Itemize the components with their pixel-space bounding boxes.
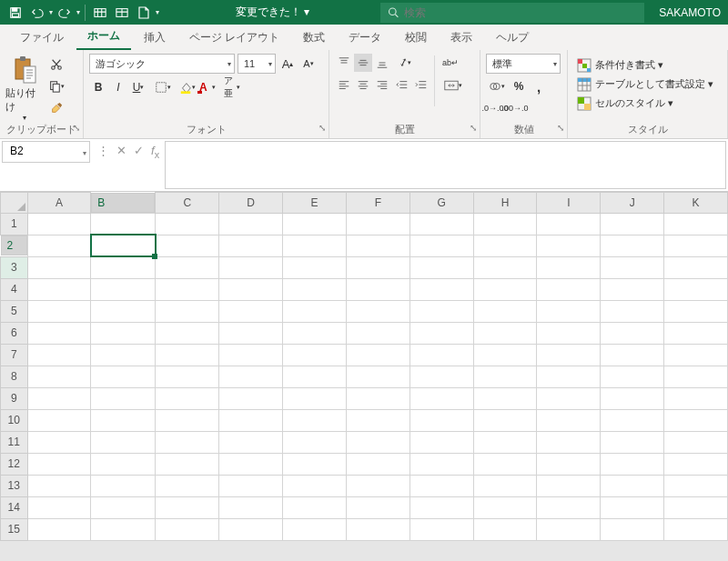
col-header-H[interactable]: H <box>473 193 537 214</box>
cell-F3[interactable] <box>346 256 410 278</box>
cell-C15[interactable] <box>156 518 219 540</box>
cell-C12[interactable] <box>156 453 219 475</box>
tab-データ[interactable]: データ <box>338 25 392 50</box>
cell-F10[interactable] <box>346 409 410 431</box>
cell-A8[interactable] <box>27 366 91 387</box>
cell-G10[interactable] <box>410 409 473 431</box>
cell-H13[interactable] <box>473 475 537 496</box>
cell-I4[interactable] <box>537 278 601 300</box>
cell-J11[interactable] <box>601 431 664 453</box>
cell-C10[interactable] <box>156 409 219 431</box>
row-header-2[interactable]: 2 <box>1 235 27 255</box>
bold-icon[interactable]: B <box>89 78 107 96</box>
cell-J13[interactable] <box>601 475 664 496</box>
cell-J1[interactable] <box>601 213 664 235</box>
cell-A2[interactable] <box>27 235 91 256</box>
cell-F15[interactable] <box>346 518 410 540</box>
cell-C1[interactable] <box>156 213 219 235</box>
row-header-1[interactable]: 1 <box>1 213 28 235</box>
new-file-icon[interactable] <box>134 3 154 23</box>
cell-D7[interactable] <box>219 344 283 366</box>
cell-C5[interactable] <box>156 300 219 322</box>
cell-E12[interactable] <box>283 453 347 475</box>
grow-font-icon[interactable]: A▴ <box>278 55 297 73</box>
col-header-D[interactable]: D <box>219 193 283 214</box>
cell-I10[interactable] <box>537 409 601 431</box>
cell-C13[interactable] <box>156 475 219 496</box>
cell-H4[interactable] <box>473 278 537 300</box>
cell-I14[interactable] <box>537 496 601 518</box>
cell-K8[interactable] <box>664 366 728 387</box>
cell-E8[interactable] <box>283 366 347 387</box>
row-header-14[interactable]: 14 <box>1 496 28 518</box>
cell-K6[interactable] <box>664 322 728 344</box>
tab-数式[interactable]: 数式 <box>292 25 336 50</box>
cell-G14[interactable] <box>410 496 473 518</box>
cell-F1[interactable] <box>346 213 410 235</box>
cell-F4[interactable] <box>346 278 410 300</box>
cell-K12[interactable] <box>664 453 728 475</box>
cell-I3[interactable] <box>537 256 601 278</box>
cell-I7[interactable] <box>537 344 601 366</box>
cell-A5[interactable] <box>27 300 91 322</box>
cell-G8[interactable] <box>410 366 473 387</box>
cell-I12[interactable] <box>537 453 601 475</box>
cell-E10[interactable] <box>283 409 347 431</box>
number-format-select[interactable]: 標準▾ <box>486 54 561 74</box>
cell-C11[interactable] <box>156 431 219 453</box>
cell-D15[interactable] <box>219 518 283 540</box>
row-header-9[interactable]: 9 <box>1 387 28 409</box>
cell-D4[interactable] <box>219 278 283 300</box>
fx-icon[interactable]: fx <box>151 144 159 160</box>
decrease-decimal-icon[interactable]: .00→.0 <box>506 99 524 117</box>
col-header-I[interactable]: I <box>537 193 601 214</box>
cell-H9[interactable] <box>473 387 537 409</box>
cell-B3[interactable] <box>91 256 156 278</box>
col-header-J[interactable]: J <box>601 193 664 214</box>
cell-B8[interactable] <box>91 366 156 387</box>
cell-B15[interactable] <box>91 518 156 540</box>
enter-formula-icon[interactable]: ✓ <box>134 144 144 157</box>
cell-A13[interactable] <box>27 475 91 496</box>
cell-D3[interactable] <box>219 256 283 278</box>
copy-icon[interactable]: ▾ <box>47 77 66 95</box>
cut-icon[interactable] <box>47 55 66 74</box>
cell-D2[interactable] <box>219 235 283 256</box>
row-header-7[interactable]: 7 <box>1 344 28 366</box>
table-format-button[interactable]: テーブルとして書式設定 ▾ <box>573 75 717 94</box>
cell-B13[interactable] <box>91 475 156 496</box>
cell-K1[interactable] <box>664 213 728 235</box>
merge-cells-icon[interactable]: ▾ <box>439 76 468 95</box>
cancel-formula-icon[interactable]: ✕ <box>116 144 126 157</box>
tab-ファイル[interactable]: ファイル <box>9 25 75 50</box>
cell-H2[interactable] <box>473 235 537 256</box>
cell-B12[interactable] <box>91 453 156 475</box>
tab-ページ レイアウト[interactable]: ページ レイアウト <box>178 25 290 50</box>
wrap-text-icon[interactable]: ab↵ <box>439 54 462 72</box>
cell-D5[interactable] <box>219 300 283 322</box>
font-color-icon[interactable]: A▾ <box>198 78 217 96</box>
cell-K14[interactable] <box>664 496 728 518</box>
cell-J15[interactable] <box>601 518 664 540</box>
cell-D9[interactable] <box>219 387 283 409</box>
cell-H7[interactable] <box>473 344 537 366</box>
name-box[interactable]: ▾ <box>2 141 90 163</box>
cell-A15[interactable] <box>27 518 91 540</box>
cell-K9[interactable] <box>664 387 728 409</box>
fill-color-icon[interactable]: ▾ <box>178 78 197 96</box>
cell-C3[interactable] <box>156 256 219 278</box>
cell-C4[interactable] <box>156 278 219 300</box>
cell-E7[interactable] <box>283 344 347 366</box>
row-header-8[interactable]: 8 <box>1 366 28 387</box>
cell-I9[interactable] <box>537 387 601 409</box>
cell-C2[interactable] <box>156 235 219 256</box>
font-size-select[interactable]: 11▾ <box>238 54 276 74</box>
cell-G6[interactable] <box>410 322 473 344</box>
cell-J10[interactable] <box>601 409 664 431</box>
cell-I15[interactable] <box>537 518 601 540</box>
cell-J7[interactable] <box>601 344 664 366</box>
paste-button[interactable]: 貼り付け ▾ <box>5 54 44 122</box>
cell-E13[interactable] <box>283 475 347 496</box>
cell-J8[interactable] <box>601 366 664 387</box>
save-icon[interactable] <box>5 3 25 23</box>
